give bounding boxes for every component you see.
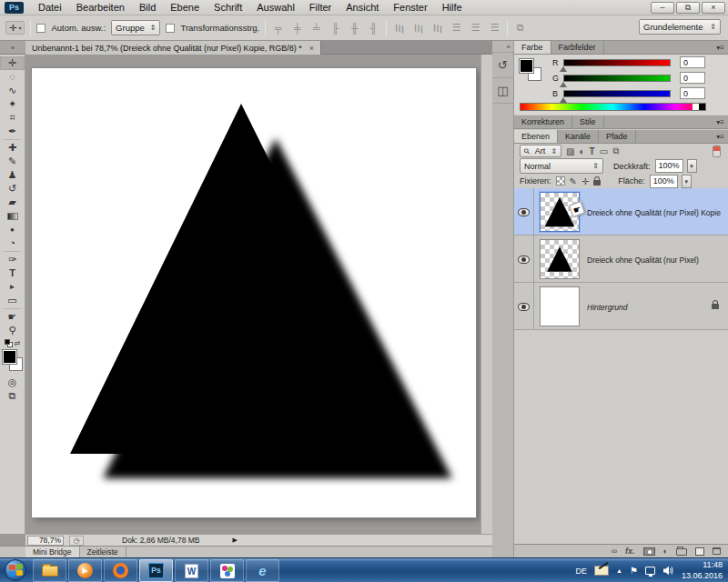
layer-style-icon[interactable]: fx. xyxy=(625,547,635,556)
layer-row-kopie[interactable]: ☛ Dreieck ohne Qualität (nur Pixel) Kopi… xyxy=(514,188,728,236)
swap-colors-icon[interactable]: ⇄ xyxy=(15,339,21,347)
menu-bild[interactable]: Bild xyxy=(132,0,163,15)
taskbar-photoshop-button[interactable]: Ps xyxy=(139,559,173,582)
red-slider-pointer[interactable] xyxy=(560,66,567,72)
hand-tool[interactable]: ☛ xyxy=(0,310,25,324)
black-swatch[interactable] xyxy=(699,104,705,110)
align-top-edges-icon[interactable]: ╤ xyxy=(271,23,285,34)
eyedropper-tool[interactable]: ✒ xyxy=(0,125,25,138)
opacity-value-field[interactable]: 100% xyxy=(655,159,683,173)
lock-transparency-icon[interactable] xyxy=(556,176,565,186)
screen-mode-button[interactable]: ⧉ xyxy=(0,389,25,403)
collapse-dock-button[interactable]: « xyxy=(492,41,513,53)
tool-preset-picker[interactable]: ✛ ▾ xyxy=(5,21,25,35)
close-tab-icon[interactable]: × xyxy=(309,44,314,53)
panel-menu-icon[interactable]: ▾≡ xyxy=(716,130,728,143)
status-menu-arrow-icon[interactable]: ▶ xyxy=(233,537,238,544)
auto-select-checkbox[interactable] xyxy=(36,24,46,33)
default-colors-icon[interactable] xyxy=(5,339,13,347)
status-options-icon[interactable]: ◷ xyxy=(69,536,84,546)
tab-pfade[interactable]: Pfade xyxy=(599,130,636,143)
blend-mode-dropdown[interactable]: Normal ⇕ xyxy=(520,158,603,174)
tab-stile[interactable]: Stile xyxy=(572,115,604,128)
delete-layer-icon[interactable] xyxy=(713,547,721,555)
network-icon[interactable] xyxy=(645,567,655,575)
minimize-button[interactable]: – xyxy=(651,2,674,14)
layer-name[interactable]: Hintergrund xyxy=(587,303,627,312)
eye-icon[interactable] xyxy=(518,208,530,216)
healing-brush-tool[interactable]: ✚ xyxy=(0,141,25,155)
language-indicator[interactable]: DE xyxy=(576,567,588,576)
zoom-tool[interactable]: ⚲ xyxy=(0,324,25,337)
brush-tool[interactable]: ✎ xyxy=(0,155,25,168)
menu-ansicht[interactable]: Ansicht xyxy=(339,0,386,15)
filter-pixel-layers-icon[interactable]: ▨ xyxy=(566,146,574,156)
history-brush-tool[interactable]: ↺ xyxy=(0,182,25,196)
speaker-icon[interactable] xyxy=(662,566,674,576)
vertical-scrollbar[interactable] xyxy=(480,55,492,534)
tab-korrekturen[interactable]: Korrekturen xyxy=(514,115,572,128)
layer-thumbnail[interactable] xyxy=(540,286,580,326)
foreground-color-swatch[interactable] xyxy=(3,350,16,364)
pen-input-icon[interactable] xyxy=(594,566,609,576)
new-layer-icon[interactable] xyxy=(695,547,704,556)
quick-selection-tool[interactable]: ✦ xyxy=(0,97,25,111)
distribute-left-edges-icon[interactable]: ☰ xyxy=(450,22,463,34)
show-hidden-icons[interactable]: ▲ xyxy=(616,567,622,574)
distribute-vertical-centers-icon[interactable]: ☰ xyxy=(411,22,425,34)
panel-menu-icon[interactable]: ▾≡ xyxy=(716,115,728,128)
filter-type-layers-icon[interactable]: T xyxy=(590,146,595,156)
white-swatch[interactable] xyxy=(693,104,699,110)
eye-icon[interactable] xyxy=(518,303,530,311)
type-tool[interactable]: T xyxy=(0,266,25,280)
menu-datei[interactable]: Datei xyxy=(31,0,69,15)
eye-icon[interactable] xyxy=(518,256,530,264)
document-tab[interactable]: Unbenannt-1 bei 78,7% (Dreieck ohne Qual… xyxy=(25,41,321,55)
move-tool[interactable]: ✛ xyxy=(0,56,25,70)
lasso-tool[interactable]: ∿ xyxy=(0,84,25,97)
lock-pixels-icon[interactable]: ✎ xyxy=(570,176,577,186)
document-canvas[interactable] xyxy=(32,68,476,517)
align-left-edges-icon[interactable]: ╟ xyxy=(329,23,342,34)
red-slider[interactable] xyxy=(563,59,671,66)
path-selection-tool[interactable]: ► xyxy=(0,280,25,294)
distribute-right-edges-icon[interactable]: ☰ xyxy=(488,22,501,34)
dodge-tool[interactable]: ◔ xyxy=(0,236,25,250)
taskbar-word-button[interactable]: W xyxy=(175,559,208,582)
elliptical-marquee-tool[interactable]: ◌ xyxy=(0,70,25,84)
green-slider-pointer[interactable] xyxy=(560,82,567,87)
layer-name[interactable]: Dreieck ohne Qualität (nur Pixel) Kopie xyxy=(587,208,721,217)
tab-ebenen[interactable]: Ebenen xyxy=(514,130,558,143)
taskbar-colorful-app-button[interactable] xyxy=(210,559,244,582)
fill-value-field[interactable]: 100% xyxy=(650,175,678,188)
auto-select-mode-dropdown[interactable]: Gruppe ⇕ xyxy=(111,20,160,35)
tab-kanaele[interactable]: Kanäle xyxy=(558,130,599,143)
toolbar-collapse-button[interactable]: » xyxy=(0,41,25,55)
transform-controls-checkbox[interactable] xyxy=(166,24,175,33)
align-right-edges-icon[interactable]: ╢ xyxy=(367,23,380,34)
taskbar-firefox-button[interactable] xyxy=(104,559,137,582)
filter-shape-layers-icon[interactable]: ▭ xyxy=(600,146,608,156)
taskbar-internet-explorer-button[interactable]: e xyxy=(246,559,279,582)
distribute-bottom-edges-icon[interactable]: ☰ xyxy=(430,22,444,34)
rectangle-tool[interactable]: ▭ xyxy=(0,294,25,307)
red-value-field[interactable]: 0 xyxy=(680,56,705,68)
properties-panel-icon[interactable]: ◫ xyxy=(492,78,513,104)
blue-slider[interactable] xyxy=(563,90,671,97)
align-horizontal-centers-icon[interactable]: ╫ xyxy=(348,23,361,34)
start-button[interactable] xyxy=(5,559,26,581)
layer-name[interactable]: Dreieck ohne Qualität (nur Pixel) xyxy=(587,256,699,265)
menu-auswahl[interactable]: Auswahl xyxy=(249,0,302,15)
layer-thumbnail[interactable] xyxy=(540,239,580,279)
menu-ebene[interactable]: Ebene xyxy=(163,0,207,15)
tab-farbfelder[interactable]: Farbfelder xyxy=(551,41,604,54)
menu-hilfe[interactable]: Hilfe xyxy=(435,0,470,15)
restore-button[interactable]: ⧉ xyxy=(676,2,700,14)
eraser-tool[interactable]: ▰ xyxy=(0,196,25,209)
menu-filter[interactable]: Filter xyxy=(302,0,339,15)
distribute-top-edges-icon[interactable]: ☰ xyxy=(392,22,406,34)
panel-menu-icon[interactable]: ▾≡ xyxy=(716,41,728,54)
menu-fenster[interactable]: Fenster xyxy=(386,0,434,15)
green-slider[interactable] xyxy=(563,75,671,82)
close-button[interactable]: × xyxy=(702,2,725,14)
